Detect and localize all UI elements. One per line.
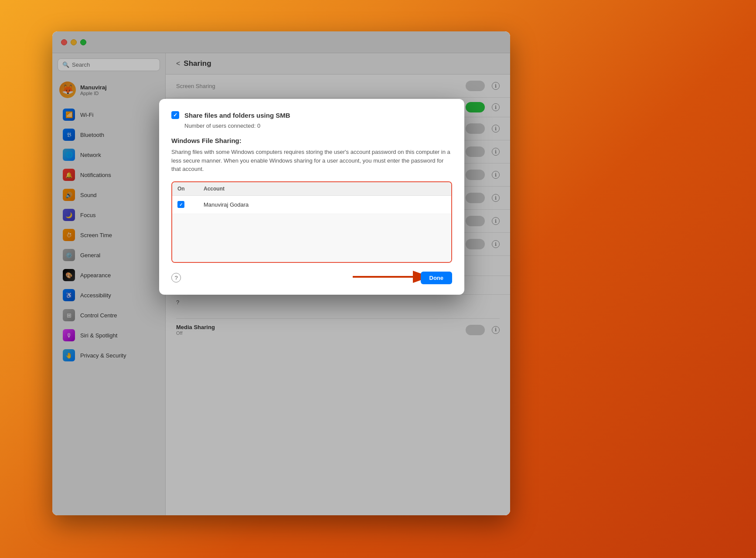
table-header: On Account xyxy=(172,182,451,196)
smb-checkbox[interactable]: ✓ xyxy=(171,111,179,119)
done-button[interactable]: Done xyxy=(421,272,453,284)
user-checkbox[interactable]: ✓ xyxy=(177,201,184,208)
windows-sharing-desc: Sharing files with some Windows computer… xyxy=(171,148,452,174)
table-row: ✓ Manuviraj Godara xyxy=(172,196,451,214)
col-on-header: On xyxy=(177,186,204,192)
empty-rows xyxy=(172,214,451,262)
dialog-footer: ? Done xyxy=(171,272,452,284)
user-account-name: Manuviraj Godara xyxy=(204,201,446,208)
smb-checkbox-row: ✓ Share files and folders using SMB xyxy=(171,111,452,119)
row-checkbox-0: ✓ xyxy=(177,201,204,208)
checkmark-icon: ✓ xyxy=(173,112,177,118)
help-button[interactable]: ? xyxy=(171,273,181,282)
col-account-header: Account xyxy=(204,186,446,192)
windows-sharing-title: Windows File Sharing: xyxy=(171,137,452,144)
arrow-annotation xyxy=(353,268,422,286)
connected-count: Number of users connected: 0 xyxy=(184,122,452,129)
user-checkmark: ✓ xyxy=(179,202,183,207)
main-window: 🔍 Search 🦊 Manuviraj Apple ID 📶 Wi-Fi 𝔅 xyxy=(52,31,510,515)
user-table: On Account ✓ Manuviraj Godara xyxy=(171,181,452,263)
smb-dialog: ✓ Share files and folders using SMB Numb… xyxy=(159,99,464,295)
smb-label: Share files and folders using SMB xyxy=(184,112,290,119)
